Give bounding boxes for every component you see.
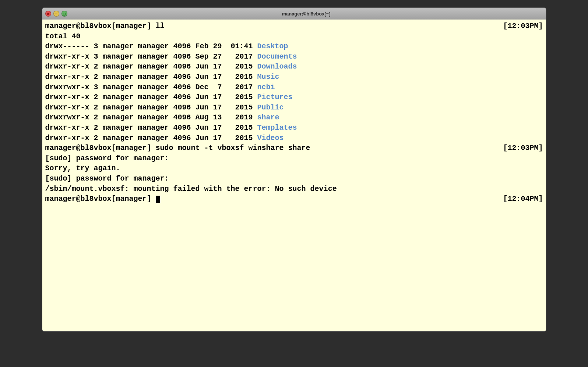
list-item: drwxrwxr-x 2 manager manager 4096 Aug 13… [45, 112, 543, 123]
terminal-line: drwxr-xr-x 2 manager manager 4096 Jun 17… [45, 123, 543, 133]
minimize-button[interactable]: − [53, 11, 59, 17]
list-item: drwx------ 3 manager manager 4096 Feb 29… [45, 41, 543, 52]
list-item: manager@bl8vbox[manager] ll [12:03PM] [45, 21, 543, 31]
list-item: manager@bl8vbox[manager] sudo mount -t v… [45, 143, 543, 153]
list-item: drwxr-xr-x 2 manager manager 4096 Jun 17… [45, 92, 543, 102]
list-item: drwxr-xr-x 3 manager manager 4096 Sep 27… [45, 52, 543, 62]
terminal-line: manager@bl8vbox[manager] ll [45, 21, 496, 31]
close-icon: × [47, 12, 49, 16]
terminal-line: /sbin/mount.vboxsf: mounting failed with… [45, 184, 543, 194]
terminal-line: drwx------ 3 manager manager 4096 Feb 29… [45, 41, 543, 52]
terminal-line: manager@bl8vbox[manager] sudo mount -t v… [45, 143, 496, 153]
list-item: drwxr-xr-x 2 manager manager 4096 Jun 17… [45, 123, 543, 133]
terminal-line: manager@bl8vbox[manager] [45, 194, 496, 204]
maximize-icon: □ [63, 12, 65, 16]
list-item: drwxr-xr-x 2 manager manager 4096 Jun 17… [45, 133, 543, 143]
timestamp: [12:04PM] [503, 194, 543, 204]
list-item: drwxr-xr-x 2 manager manager 4096 Jun 17… [45, 62, 543, 72]
terminal-body[interactable]: manager@bl8vbox[manager] ll [12:03PM] to… [42, 20, 546, 331]
terminal-line: drwxr-xr-x 3 manager manager 4096 Sep 27… [45, 52, 543, 62]
terminal-line: drwxrwxr-x 2 manager manager 4096 Aug 13… [45, 112, 543, 123]
terminal-line: Sorry, try again. [45, 163, 543, 174]
list-item: Sorry, try again. [45, 163, 543, 174]
titlebar: × − □ manager@bl8vbox[~] [42, 8, 546, 20]
terminal-line: drwxr-xr-x 2 manager manager 4096 Jun 17… [45, 133, 543, 143]
list-item: /sbin/mount.vboxsf: mounting failed with… [45, 184, 543, 194]
list-item: manager@bl8vbox[manager] [12:04PM] [45, 194, 543, 204]
list-item: drwxr-xr-x 2 manager manager 4096 Jun 17… [45, 72, 543, 82]
maximize-button[interactable]: □ [61, 11, 67, 17]
terminal-line: [sudo] password for manager: [45, 153, 543, 164]
list-item: [sudo] password for manager: [45, 153, 543, 164]
list-item: drwxrwxr-x 3 manager manager 4096 Dec 7 … [45, 82, 543, 92]
minimize-icon: − [55, 12, 57, 16]
terminal-window: × − □ manager@bl8vbox[~] manager@bl8vbox… [42, 7, 546, 332]
terminal-line: drwxr-xr-x 2 manager manager 4096 Jun 17… [45, 102, 543, 113]
list-item: [sudo] password for manager: [45, 174, 543, 184]
window-title: manager@bl8vbox[~] [70, 11, 543, 17]
terminal-line: drwxr-xr-x 2 manager manager 4096 Jun 17… [45, 92, 543, 102]
timestamp: [12:03PM] [503, 21, 543, 31]
terminal-line: total 40 [45, 31, 543, 42]
list-item: total 40 [45, 31, 543, 42]
terminal-line: drwxr-xr-x 2 manager manager 4096 Jun 17… [45, 62, 543, 72]
cursor [156, 196, 160, 203]
terminal-line: drwxr-xr-x 2 manager manager 4096 Jun 17… [45, 72, 543, 82]
terminal-line: [sudo] password for manager: [45, 174, 543, 184]
timestamp: [12:03PM] [503, 143, 543, 153]
terminal-line: drwxrwxr-x 3 manager manager 4096 Dec 7 … [45, 82, 543, 92]
list-item: drwxr-xr-x 2 manager manager 4096 Jun 17… [45, 102, 543, 113]
close-button[interactable]: × [45, 11, 51, 17]
